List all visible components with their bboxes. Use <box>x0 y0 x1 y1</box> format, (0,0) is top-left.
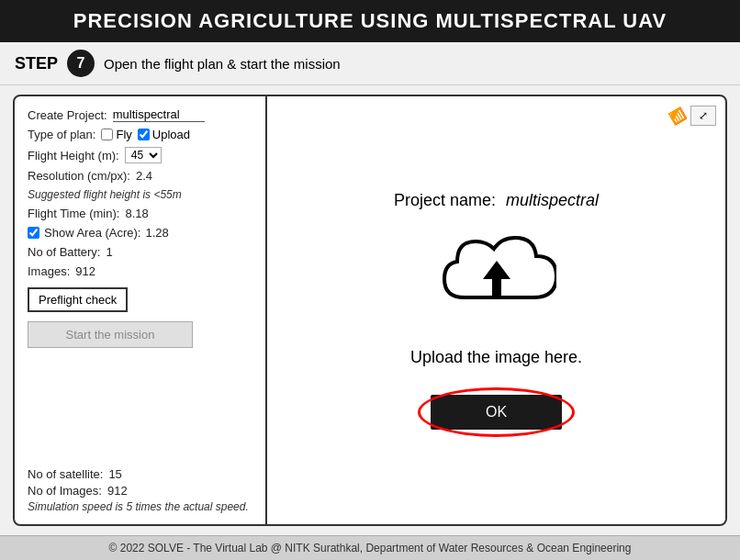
step-label: STEP <box>15 54 58 73</box>
signal-icon: 📶 <box>667 106 688 126</box>
step-bar: STEP 7 Open the flight plan & start the … <box>0 42 740 85</box>
resolution-row: Resolution (cm/px): 2.4 <box>28 169 252 183</box>
images-label: Images: <box>28 264 70 278</box>
header-title: PRECISION AGRICULTURE USING MULTISPECTRA… <box>73 9 667 32</box>
project-name-display: Project name: multispectral <box>394 191 599 210</box>
preflight-check-button[interactable]: Preflight check <box>28 287 128 312</box>
resolution-label: Resolution (cm/px): <box>28 169 130 183</box>
simulation-note: Simulation speed is 5 times the actual s… <box>28 500 249 513</box>
type-of-plan-label: Type of plan: <box>28 128 95 141</box>
show-area-value: 1.28 <box>146 226 169 240</box>
suggested-height-note: Suggested flight height is <55m <box>28 188 182 201</box>
show-area-row: Show Area (Acre): 1.28 <box>28 226 252 240</box>
type-of-plan-row: Type of plan: Fly Upload <box>28 128 252 141</box>
no-of-satellite-row: No of satellite: 15 <box>28 467 252 481</box>
no-of-satellite-label: No of satellite: <box>28 467 103 481</box>
main-content: Create Project: Type of plan: Fly Upload… <box>0 85 740 535</box>
footer-text: © 2022 SOLVE - The Virtual Lab @ NITK Su… <box>109 542 632 554</box>
flight-height-select[interactable]: 45 50 55 <box>125 147 162 163</box>
no-of-battery-value: 1 <box>106 245 112 259</box>
flight-time-value: 8.18 <box>125 207 148 220</box>
images-row: Images: 912 <box>28 264 252 278</box>
project-name-label: Project name: <box>394 191 496 209</box>
start-mission-button: Start the mission <box>28 321 193 348</box>
ok-button[interactable]: OK <box>431 395 562 430</box>
flight-height-label: Flight Height (m): <box>28 149 119 162</box>
no-of-images-label: No of Images: <box>28 484 102 498</box>
project-name-input[interactable] <box>113 107 205 122</box>
images-value: 912 <box>75 264 95 278</box>
project-name-value: multispectral <box>506 191 599 209</box>
upload-text: Upload the image here. <box>410 348 582 367</box>
no-of-battery-row: No of Battery: 1 <box>28 245 252 259</box>
create-project-label: Create Project: <box>28 108 107 122</box>
top-right-icons: 📶 ⤢ <box>669 106 716 126</box>
no-of-images-row: No of Images: 912 <box>28 484 252 498</box>
footer: © 2022 SOLVE - The Virtual Lab @ NITK Su… <box>0 535 740 560</box>
fly-checkbox-item: Fly <box>101 128 131 141</box>
expand-icon-button[interactable]: ⤢ <box>690 106 716 126</box>
upload-label: Upload <box>152 128 190 141</box>
fly-checkbox[interactable] <box>101 129 113 140</box>
upload-checkbox[interactable] <box>138 129 150 140</box>
upload-cloud-icon <box>437 229 556 333</box>
no-of-images-value: 912 <box>107 484 128 498</box>
show-area-label: Show Area (Acre): <box>44 226 141 240</box>
resolution-value: 2.4 <box>136 169 152 183</box>
flight-time-row: Flight Time (min): 8.18 <box>28 207 252 220</box>
upload-checkbox-item: Upload <box>138 128 190 141</box>
simulation-note-row: Simulation speed is 5 times the actual s… <box>28 500 252 513</box>
no-of-battery-label: No of Battery: <box>28 245 100 259</box>
step-description: Open the flight plan & start the mission <box>104 56 341 72</box>
no-of-satellite-value: 15 <box>108 467 121 481</box>
page-header: PRECISION AGRICULTURE USING MULTISPECTRA… <box>0 0 740 42</box>
flight-time-label: Flight Time (min): <box>28 207 119 220</box>
create-project-row: Create Project: <box>28 107 252 122</box>
show-area-checkbox[interactable] <box>28 227 39 239</box>
inner-panel: Create Project: Type of plan: Fly Upload… <box>13 95 727 526</box>
step-number: 7 <box>67 50 95 77</box>
left-panel: Create Project: Type of plan: Fly Upload… <box>15 96 267 524</box>
right-panel: 📶 ⤢ Project name: multispectral Upload t… <box>267 96 725 524</box>
fly-label: Fly <box>116 128 131 141</box>
bottom-info: No of satellite: 15 No of Images: 912 Si… <box>28 467 252 513</box>
suggested-height-row: Suggested flight height is <55m <box>28 188 252 201</box>
flight-height-row: Flight Height (m): 45 50 55 <box>28 147 252 163</box>
ok-button-wrapper: OK <box>431 395 562 430</box>
